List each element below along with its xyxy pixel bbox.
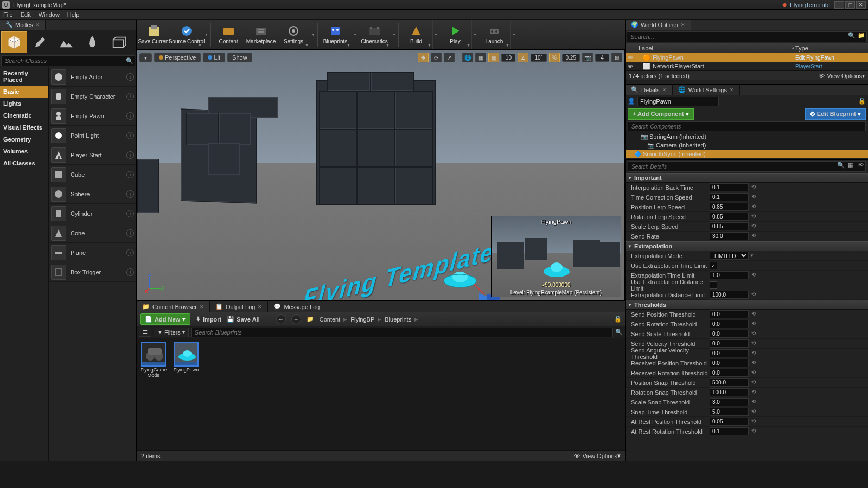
reset-icon[interactable]: ⟲ [750, 389, 757, 396]
toolbar-cinematics[interactable]: Cinematics▼ [358, 20, 391, 49]
prop-value-input[interactable] [710, 183, 749, 191]
col-type[interactable]: Type [795, 45, 866, 52]
translate-gizmo-button[interactable]: ✥ [418, 53, 429, 62]
class-search-input[interactable] [2, 56, 125, 65]
toolbar-build[interactable]: Build▼ [400, 20, 432, 49]
reset-icon[interactable]: ⟲ [750, 203, 757, 211]
grid-snap-button[interactable]: ▦ [488, 53, 499, 62]
prop-value-input[interactable] [710, 222, 749, 230]
coord-space-button[interactable]: 🌐 [462, 53, 473, 62]
prop-value-input[interactable] [710, 271, 749, 279]
reset-icon[interactable]: ⟲ [750, 272, 757, 279]
component-camera--inherited-[interactable]: 📷Camera (Inherited) [626, 141, 868, 150]
section-thresholds[interactable]: ▼Thresholds [626, 300, 868, 310]
place-mode-button[interactable] [1, 31, 27, 53]
reset-icon[interactable]: ⟲ [750, 330, 757, 338]
prop-checkbox[interactable]: ✓ [710, 262, 717, 269]
asset-grid[interactable]: FlyingGame ModeFlyingPawn [137, 338, 625, 450]
scale-snap-value[interactable]: 0.25 [562, 54, 580, 62]
prop-value-input[interactable] [710, 320, 749, 328]
reset-icon[interactable]: ⟲ [750, 184, 757, 191]
actor-plane[interactable]: Planei [49, 243, 136, 262]
toolbar-source-control[interactable]: Source Control▼ [170, 20, 203, 49]
toolbar-save-current[interactable]: Save Current [138, 20, 170, 49]
actor-sphere[interactable]: Spherei [49, 184, 136, 204]
geometry-mode-button[interactable] [105, 31, 131, 53]
reset-icon[interactable]: ⟲ [750, 408, 757, 416]
close-icon[interactable]: ✕ [35, 22, 40, 28]
prop-value-input[interactable] [710, 193, 749, 201]
outliner-search-input[interactable] [627, 32, 847, 42]
toolbar-dropdown[interactable]: ▼ [352, 20, 358, 49]
outliner-type[interactable]: Edit FlyingPawn [795, 55, 866, 61]
info-icon[interactable]: i [126, 93, 134, 100]
source-control-icon[interactable]: ◆ [782, 1, 787, 8]
outliner-view-options[interactable]: View Options [827, 73, 862, 79]
component-smoothsync--inherited-[interactable]: 🔷SmoothSync (Inherited) [626, 150, 868, 158]
outliner-row-networkplayerstart[interactable]: 👁⬜NetworkPlayerStartPlayerStart [626, 62, 868, 70]
outliner-tab[interactable]: 🌍 World Outliner ✕ [626, 20, 691, 30]
eye-icon[interactable]: 👁 [856, 162, 865, 171]
actor-box-trigger[interactable]: Box Triggeri [49, 262, 136, 282]
toolbar-content[interactable]: Content [212, 20, 245, 49]
info-icon[interactable]: i [126, 249, 134, 256]
category-volumes[interactable]: Volumes [0, 145, 48, 157]
chevron-down-icon[interactable]: ▼ [427, 43, 431, 47]
foliage-mode-button[interactable] [79, 31, 105, 53]
tab-details[interactable]: 🔍Details✕ [626, 85, 673, 95]
add-new-button[interactable]: 📄 Add New ▾ [140, 313, 190, 325]
minimize-button[interactable]: ― [834, 1, 844, 9]
toolbar-settings[interactable]: Settings▼ [277, 20, 310, 49]
prop-value-input[interactable] [710, 330, 749, 338]
edit-blueprint-button[interactable]: ⚙ Edit Blueprint ▾ [805, 108, 866, 120]
scale-snap-button[interactable]: % [549, 53, 560, 62]
scale-gizmo-button[interactable]: ⤢ [444, 53, 455, 62]
reset-icon[interactable]: ⟲ [750, 379, 757, 387]
prop-value-input[interactable] [710, 378, 749, 387]
reset-icon[interactable]: ⟲ [750, 399, 757, 406]
class-search[interactable]: 🔍 [1, 55, 135, 66]
maximize-button[interactable]: ▢ [845, 1, 855, 9]
section-extrapolation[interactable]: ▼Extrapolation [626, 241, 868, 251]
lock-icon[interactable]: 🔓 [614, 316, 622, 323]
outliner-header[interactable]: Label ▲ Type [626, 43, 868, 53]
prop-value-input[interactable] [710, 418, 749, 426]
menu-edit[interactable]: Edit [21, 11, 31, 18]
info-icon[interactable]: i [126, 132, 134, 139]
reset-icon[interactable]: ⟲ [750, 291, 757, 299]
rotate-gizmo-button[interactable]: ⟳ [431, 53, 442, 62]
category-geometry[interactable]: Geometry [0, 133, 48, 145]
chevron-down-icon[interactable]: ▼ [347, 43, 350, 47]
toolbar-dropdown[interactable]: ▼ [510, 20, 517, 49]
toolbar-dropdown[interactable]: ▼ [432, 20, 439, 49]
prop-value-input[interactable] [710, 388, 749, 396]
reset-icon[interactable]: ⟲ [750, 311, 757, 318]
prop-value-input[interactable] [710, 369, 749, 377]
actor-cylinder[interactable]: Cylinderi [49, 204, 136, 223]
prop-value-input[interactable] [710, 408, 749, 416]
view-options-button[interactable]: View Options [582, 453, 617, 459]
crumb-flyingbp[interactable]: FlyingBP [350, 316, 374, 323]
prop-value-input[interactable] [710, 232, 749, 240]
toolbar-dropdown[interactable]: ▼ [203, 20, 209, 49]
reset-icon[interactable]: ⟲ [750, 194, 757, 201]
camera-speed-button[interactable]: 📷 [582, 53, 593, 62]
add-folder-icon[interactable]: 📁 [857, 32, 866, 42]
info-icon[interactable]: i [126, 151, 134, 159]
details-search[interactable]: 🔍 ▦ 👁 [628, 161, 866, 172]
reset-icon[interactable]: ⟲ [750, 223, 757, 230]
viewport[interactable]: ▾ Perspective Lit Show ✥ ⟳ ⤢ 🌐 ▦ ▦ 10 ∠ … [137, 50, 625, 301]
details-search-input[interactable] [628, 162, 836, 171]
chevron-down-icon[interactable]: ▼ [386, 43, 390, 47]
close-icon[interactable]: ✕ [730, 87, 734, 93]
info-icon[interactable]: i [126, 112, 134, 120]
info-icon[interactable]: i [126, 171, 134, 178]
component-search[interactable] [628, 121, 866, 131]
angle-snap-value[interactable]: 10° [531, 54, 546, 62]
prop-value-input[interactable] [710, 339, 749, 348]
eye-icon[interactable]: 👁 [628, 55, 636, 61]
actor-point-light[interactable]: Point Lighti [49, 126, 136, 145]
tab-world-settings[interactable]: 🌐World Settings✕ [673, 85, 740, 95]
add-component-button[interactable]: + Add Component ▾ [628, 108, 694, 120]
reset-icon[interactable]: ⟲ [750, 369, 757, 377]
